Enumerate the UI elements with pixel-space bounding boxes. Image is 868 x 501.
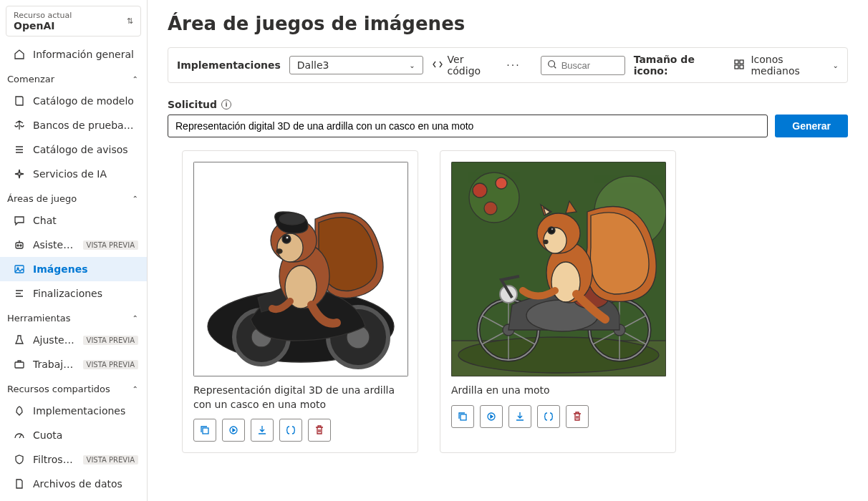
preview-badge: VISTA PREVIA bbox=[83, 360, 138, 369]
scale-icon bbox=[13, 119, 26, 132]
svg-rect-7 bbox=[735, 60, 738, 64]
svg-point-24 bbox=[279, 213, 305, 225]
image-icon bbox=[13, 263, 26, 276]
code-icon bbox=[432, 59, 443, 72]
svg-point-34 bbox=[458, 337, 659, 373]
sidebar-item-data-files[interactable]: Archivos de datos bbox=[0, 472, 147, 496]
svg-point-32 bbox=[484, 202, 497, 215]
sidebar-item-completions[interactable]: Finalizaciones bbox=[0, 281, 147, 306]
svg-point-31 bbox=[496, 177, 507, 189]
sparkle-icon bbox=[13, 167, 26, 180]
image-gallery: Representación digital 3D de una ardilla… bbox=[168, 150, 848, 453]
svg-point-61 bbox=[551, 228, 554, 230]
svg-point-6 bbox=[548, 60, 554, 67]
generated-image[interactable] bbox=[193, 162, 408, 376]
resource-selector[interactable]: Recurso actual OpenAI ⇅ bbox=[6, 6, 141, 37]
sidebar-item-chat[interactable]: Chat bbox=[0, 208, 147, 233]
json-button[interactable] bbox=[279, 419, 302, 442]
generate-button[interactable]: Generar bbox=[775, 115, 848, 137]
delete-button[interactable] bbox=[308, 419, 331, 442]
delete-button[interactable] bbox=[566, 405, 589, 428]
deployment-select[interactable]: Dalle3 ⌄ bbox=[289, 56, 423, 74]
sidebar-item-deployments[interactable]: Implementaciones bbox=[0, 399, 147, 423]
resource-value: OpenAI bbox=[14, 20, 72, 31]
svg-point-22 bbox=[286, 236, 289, 239]
regenerate-button[interactable] bbox=[480, 405, 503, 428]
chevron-up-icon: ⌃ bbox=[132, 385, 138, 393]
svg-rect-25 bbox=[203, 428, 208, 434]
list-icon bbox=[13, 143, 26, 156]
svg-rect-63 bbox=[460, 414, 466, 420]
copy-button[interactable] bbox=[193, 419, 216, 442]
svg-rect-10 bbox=[740, 65, 743, 69]
preview-badge: VISTA PREVIA bbox=[83, 455, 138, 464]
rocket-icon bbox=[13, 404, 26, 417]
book-icon bbox=[13, 94, 26, 107]
copy-button[interactable] bbox=[451, 405, 474, 428]
text-icon bbox=[13, 287, 26, 300]
download-button[interactable] bbox=[251, 419, 274, 442]
sidebar-item-quota[interactable]: Cuota bbox=[0, 423, 147, 447]
prompt-input[interactable] bbox=[168, 115, 768, 137]
sidebar-item-content-filters[interactable]: Filtros de co... VISTA PREVIA bbox=[0, 447, 147, 472]
sidebar: Recurso actual OpenAI ⇅ Información gene… bbox=[0, 0, 148, 501]
icon-size-select[interactable]: Iconos medianos ⌄ bbox=[733, 54, 839, 77]
sidebar-item-jobs[interactable]: Trabajos por ... VISTA PREVIA bbox=[0, 352, 147, 376]
json-button[interactable] bbox=[537, 405, 560, 428]
sidebar-item-overview[interactable]: Información general bbox=[0, 42, 147, 67]
section-shared[interactable]: Recursos compartidos ⌃ bbox=[0, 376, 147, 399]
home-icon bbox=[13, 48, 26, 61]
chevron-up-icon: ⌃ bbox=[132, 314, 138, 322]
download-button[interactable] bbox=[508, 405, 531, 428]
search-box[interactable] bbox=[541, 56, 625, 75]
sidebar-item-prompt-catalog[interactable]: Catálogo de avisos bbox=[0, 137, 147, 162]
chat-icon bbox=[13, 214, 26, 227]
svg-point-28 bbox=[469, 172, 519, 223]
chevron-up-icon: ⌃ bbox=[132, 75, 138, 83]
regenerate-button[interactable] bbox=[222, 419, 245, 442]
file-icon bbox=[13, 477, 26, 490]
sidebar-item-ai-services[interactable]: Servicios de IA bbox=[0, 162, 147, 186]
gauge-icon bbox=[13, 429, 26, 442]
main-content: Área de juegos de imágenes Implementacio… bbox=[148, 0, 868, 501]
svg-point-23 bbox=[276, 249, 282, 253]
svg-point-2 bbox=[20, 245, 21, 246]
sidebar-item-finetune[interactable]: Ajuste preciso VISTA PREVIA bbox=[0, 328, 147, 352]
preview-badge: VISTA PREVIA bbox=[83, 240, 138, 250]
search-input[interactable] bbox=[561, 60, 619, 71]
search-icon bbox=[547, 59, 557, 72]
chevron-updown-icon: ⇅ bbox=[127, 16, 133, 26]
preview-badge: VISTA PREVIA bbox=[83, 336, 138, 345]
svg-rect-8 bbox=[740, 60, 743, 64]
svg-point-30 bbox=[473, 183, 487, 198]
chevron-down-icon: ⌄ bbox=[409, 62, 415, 69]
sidebar-item-assistants[interactable]: Asistentes VISTA PREVIA bbox=[0, 233, 147, 257]
svg-point-1 bbox=[17, 245, 19, 246]
grid-icon bbox=[733, 59, 745, 72]
svg-rect-9 bbox=[735, 65, 738, 69]
svg-point-62 bbox=[544, 240, 548, 244]
chevron-up-icon: ⌃ bbox=[132, 195, 138, 203]
generated-image[interactable] bbox=[451, 162, 666, 376]
icon-size-label: Tamaño de icono: bbox=[634, 54, 725, 77]
view-code-button[interactable]: Ver código bbox=[432, 54, 496, 77]
resource-label: Recurso actual bbox=[14, 11, 72, 20]
prompt-label: Solicitud bbox=[168, 99, 217, 110]
image-card: Ardilla en una moto bbox=[440, 150, 676, 453]
sidebar-item-benchmarks[interactable]: Bancos de pruebas d... bbox=[0, 113, 147, 137]
image-caption: Representación digital 3D de una ardilla… bbox=[193, 384, 407, 412]
section-tools[interactable]: Herramientas ⌃ bbox=[0, 306, 147, 328]
svg-rect-5 bbox=[15, 362, 24, 368]
briefcase-icon bbox=[13, 358, 26, 371]
more-button[interactable]: ··· bbox=[503, 59, 523, 71]
sidebar-item-images[interactable]: Imágenes bbox=[0, 257, 147, 281]
section-playgrounds[interactable]: Áreas de juego ⌃ bbox=[0, 186, 147, 208]
deployments-label: Implementaciones bbox=[177, 59, 281, 71]
section-start[interactable]: Comenzar ⌃ bbox=[0, 67, 147, 89]
robot-icon bbox=[13, 238, 26, 251]
sidebar-item-model-catalog[interactable]: Catálogo de modelo bbox=[0, 89, 147, 113]
info-icon[interactable]: i bbox=[221, 99, 231, 110]
toolbar: Implementaciones Dalle3 ⌄ Ver código ···… bbox=[168, 47, 848, 83]
image-caption: Ardilla en una moto bbox=[451, 384, 665, 398]
image-card: Representación digital 3D de una ardilla… bbox=[182, 150, 418, 453]
